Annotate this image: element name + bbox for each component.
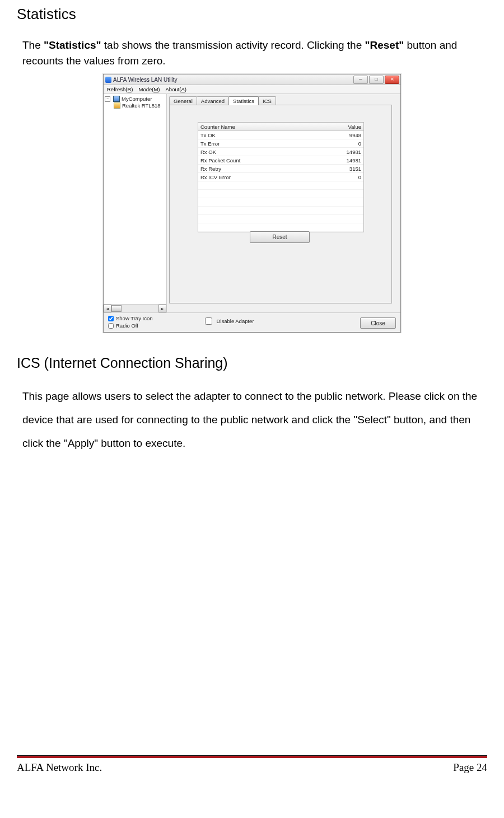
disable-adapter-label: Disable Adapter [216,318,254,324]
heading-statistics: Statistics [17,6,487,23]
scroll-track[interactable] [111,305,158,312]
page-footer: ALFA Network Inc. Page 24 [17,755,487,774]
footer-left: ALFA Network Inc. [17,761,102,774]
show-tray-label: Show Tray Icon [116,315,152,321]
table-header: Counter Name Value [198,123,363,131]
menu-refresh[interactable]: Refresh(R) [107,86,133,92]
cell-name: Rx OK [198,149,322,155]
col-value: Value [322,124,363,130]
tree-adapter-label: Realtek RTL818 [122,102,160,109]
cell-name: Rx Retry [198,166,322,172]
radio-off-checkbox[interactable]: Radio Off [108,322,152,329]
cell-name: Tx Error [198,141,322,147]
scroll-right-icon[interactable]: ► [158,305,166,312]
menu-mode[interactable]: Mode(M) [138,86,160,92]
footer-bar [17,755,487,758]
text: tab shows the transmission activity reco… [101,39,365,51]
window-title: ALFA Wireless LAN Utility [113,77,353,83]
minimize-button[interactable]: ─ [353,76,368,84]
table-row: Rx Retry 3151 [198,165,363,173]
tree-root[interactable]: − MyComputer [105,96,165,102]
adapter-icon [114,102,120,109]
radio-off-input[interactable] [108,323,114,329]
reset-button[interactable]: Reset [250,231,310,243]
bold-reset: "Reset" [365,39,404,51]
table-row: Tx Error 0 [198,139,363,148]
intro-paragraph: The "Statistics" tab shows the transmiss… [22,38,487,68]
cell-value: 0 [322,174,363,180]
cell-value: 0 [322,141,363,147]
cell-name: Tx OK [198,132,322,138]
cell-name: Rx ICV Error [198,174,322,180]
show-tray-checkbox[interactable]: Show Tray Icon [108,315,152,321]
heading-ics: ICS (Internet Connection Sharing) [17,355,487,371]
text: The [22,39,44,51]
client-area: − MyComputer Realtek RTL818 ◄ ► [104,94,400,312]
footer-right: Page 24 [453,761,487,774]
tab-advanced[interactable]: Advanced [197,96,229,105]
bold-statistics: "Statistics" [44,39,101,51]
col-counter-name: Counter Name [198,124,322,130]
tab-statistics[interactable]: Statistics [228,96,259,105]
app-window: ALFA Wireless LAN Utility ─ □ ✕ Refresh(… [103,74,401,333]
tree-root-label: MyComputer [122,96,152,102]
menu-about[interactable]: About(A) [166,86,187,92]
table-row [198,181,363,190]
table-row [198,207,363,215]
maximize-button[interactable]: □ [369,76,384,84]
cell-value: 9948 [322,132,363,138]
device-tree: − MyComputer Realtek RTL818 [104,94,166,304]
footer-line: ALFA Network Inc. Page 24 [17,761,487,774]
table-row [198,198,363,207]
table-row: Rx ICV Error 0 [198,173,363,181]
cell-value: 14981 [322,157,363,163]
table-row: Rx Packet Count 14981 [198,156,363,165]
close-window-button[interactable]: ✕ [385,76,399,84]
tab-body: Counter Name Value Tx OK 9948 Tx Error 0 [169,105,392,303]
main-panel: General Advanced Statistics ICS Counter … [167,94,400,312]
table-row [198,223,363,232]
tab-ics[interactable]: ICS [258,96,276,105]
disable-adapter-checkbox[interactable]: Disable Adapter [203,316,254,326]
cell-name: Rx Packet Count [198,157,322,163]
ics-paragraph: This page allows users to select the ada… [22,385,487,455]
tab-strip: General Advanced Statistics ICS [169,96,397,105]
app-icon [105,77,111,83]
disable-adapter-input[interactable] [205,317,212,325]
scroll-left-icon[interactable]: ◄ [104,305,111,312]
scroll-thumb[interactable] [111,305,122,312]
table-row: Tx OK 9948 [198,131,363,139]
tab-general[interactable]: General [169,96,197,105]
cell-value: 14981 [322,149,363,155]
computer-icon [113,96,120,102]
radio-off-label: Radio Off [116,322,138,329]
sidebar: − MyComputer Realtek RTL818 ◄ ► [104,94,167,312]
menubar: Refresh(R) Mode(M) About(A) [104,85,400,94]
table-row: Rx OK 14981 [198,148,363,156]
close-button[interactable]: Close [360,317,396,329]
tree-expander-icon[interactable]: − [105,96,110,102]
titlebar[interactable]: ALFA Wireless LAN Utility ─ □ ✕ [104,74,400,85]
show-tray-input[interactable] [108,316,114,321]
window-buttons: ─ □ ✕ [353,76,399,84]
cell-value: 3151 [322,166,363,172]
table-row [198,215,363,223]
sidebar-scrollbar[interactable]: ◄ ► [104,304,166,312]
bottom-bar: Show Tray Icon Radio Off Disable Adapter… [104,312,400,332]
statistics-table: Counter Name Value Tx OK 9948 Tx Error 0 [198,122,364,232]
table-row [198,190,363,198]
tree-adapter[interactable]: Realtek RTL818 [114,102,165,109]
page: Statistics The "Statistics" tab shows th… [0,0,504,784]
checkbox-column: Show Tray Icon Radio Off [108,315,152,329]
